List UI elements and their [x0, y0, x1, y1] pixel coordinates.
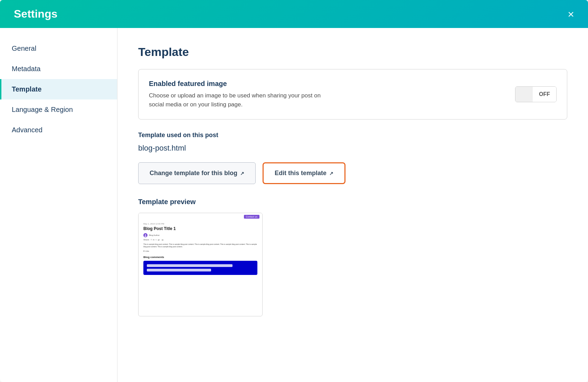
external-link-icon-edit: ↗: [329, 171, 333, 176]
preview-like: ♥ Like: [143, 250, 257, 252]
preview-author: Blog Author: [143, 233, 257, 237]
svg-point-0: [145, 235, 146, 236]
edit-template-button[interactable]: Edit this template ↗: [263, 162, 345, 184]
featured-image-description: Choose or upload an image to be used whe…: [149, 91, 321, 109]
page-title: Template: [138, 45, 567, 59]
edit-template-label: Edit this template: [275, 170, 326, 177]
main-content: Template Enabled featured image Choose o…: [117, 28, 588, 382]
toggle-label: OFF: [533, 87, 556, 102]
sidebar-item-metadata[interactable]: Metadata: [0, 59, 117, 79]
sidebar-item-general[interactable]: General: [0, 38, 117, 59]
template-preview-section: Template preview Contact us May 1, 2019 …: [138, 198, 567, 316]
preview-nav-btn: Contact us: [244, 215, 259, 219]
preview-share: Share: f in t g+ ✉: [143, 239, 257, 241]
modal-header: Settings ×: [0, 0, 588, 28]
template-action-buttons: Change template for this blog ↗ Edit thi…: [138, 162, 567, 184]
external-link-icon: ↗: [240, 171, 244, 176]
modal-body: General Metadata Template Language & Reg…: [0, 28, 588, 382]
preview-line-2: [147, 269, 211, 271]
template-preview-frame: Contact us May 1, 2019 12:00 PM Blog Pos…: [138, 213, 263, 316]
preview-nav: Contact us: [139, 213, 262, 220]
preview-body-text: This is sample blog post content. This i…: [143, 243, 257, 248]
featured-image-text: Enabled featured image Choose or upload …: [149, 80, 321, 109]
settings-modal: Settings × General Metadata Template Lan…: [0, 0, 588, 382]
featured-image-card: Enabled featured image Choose or upload …: [138, 69, 567, 120]
preview-date: May 1, 2019 12:00 PM: [143, 223, 257, 225]
close-button[interactable]: ×: [568, 9, 574, 20]
preview-author-name: Blog Author: [149, 234, 160, 236]
preview-comments-label: Blog comments: [143, 256, 257, 259]
change-template-label: Change template for this blog: [150, 170, 237, 177]
preview-content: May 1, 2019 12:00 PM Blog Post Title 1 B…: [139, 220, 262, 278]
change-template-button[interactable]: Change template for this blog ↗: [138, 162, 256, 184]
preview-line-1: [147, 264, 233, 267]
featured-image-heading: Enabled featured image: [149, 80, 321, 88]
svg-point-1: [145, 236, 146, 237]
modal-title: Settings: [14, 8, 57, 20]
sidebar-item-language-region[interactable]: Language & Region: [0, 99, 117, 120]
sidebar-item-template[interactable]: Template: [0, 79, 117, 99]
featured-image-toggle[interactable]: OFF: [515, 86, 557, 102]
sidebar: General Metadata Template Language & Reg…: [0, 28, 117, 382]
preview-comments-box: [143, 261, 257, 275]
sidebar-item-advanced[interactable]: Advanced: [0, 120, 117, 140]
author-avatar: [143, 233, 148, 237]
template-used-section: Template used on this post blog-post.htm…: [138, 132, 567, 184]
toggle-off-area[interactable]: [515, 87, 533, 102]
template-used-label: Template used on this post: [138, 132, 567, 139]
template-preview-label: Template preview: [138, 198, 567, 206]
preview-post-title: Blog Post Title 1: [143, 226, 257, 231]
template-filename: blog-post.html: [138, 144, 567, 153]
